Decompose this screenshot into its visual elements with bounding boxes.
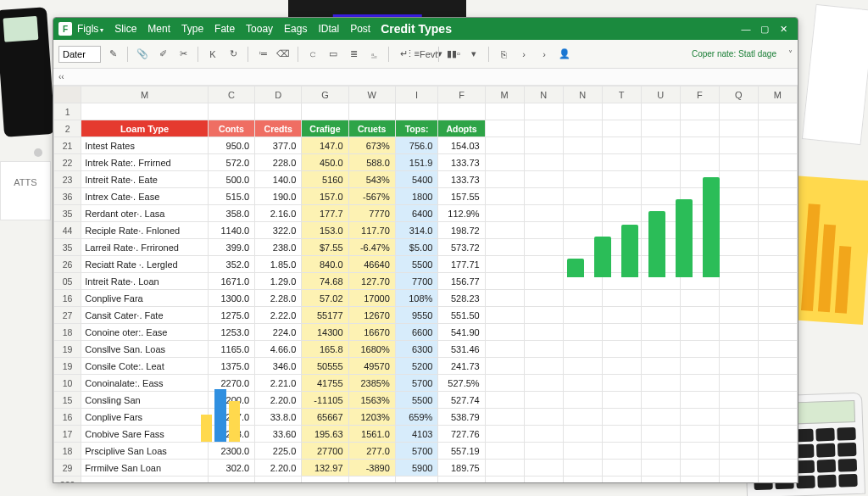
cell[interactable]: 4.66.0 [255, 341, 302, 358]
cell[interactable]: 377.0 [255, 137, 302, 154]
cell-loan-type[interactable]: Rerdant oter·. Lasa [81, 205, 209, 222]
cell[interactable]: 49570 [348, 358, 395, 375]
cell-loan-type[interactable]: Prsciplive San Loas [81, 443, 209, 460]
table-row[interactable]: 2 Loam Type Conts Credts Crafige Cruets … [54, 120, 798, 137]
col-header[interactable]: N [563, 86, 602, 103]
next-icon[interactable]: › [536, 46, 553, 63]
cell[interactable]: 27700 [302, 443, 348, 460]
cell[interactable]: 127.70 [348, 273, 395, 290]
cell[interactable]: 1300.0 [208, 290, 254, 307]
cell-loan-type[interactable]: Intreit Rate·. Eate [81, 171, 209, 188]
cell[interactable]: 12670 [348, 307, 395, 324]
cell-loan-type[interactable]: Cansit Cater·. Fate [81, 307, 209, 324]
col-header[interactable]: D [255, 86, 302, 103]
row-header[interactable]: 320 [54, 476, 81, 483]
cell[interactable]: -11105 [302, 392, 348, 409]
cell[interactable]: 2385% [348, 375, 395, 392]
cell[interactable]: 4103 [395, 426, 438, 443]
cell[interactable]: 352.0 [208, 256, 254, 273]
col-header[interactable]: T [602, 86, 641, 103]
cell[interactable]: 17000 [348, 290, 395, 307]
cell-loan-type[interactable]: Intest Rates [81, 137, 209, 154]
menu-type[interactable]: Type [181, 23, 203, 35]
forward-icon[interactable]: › [515, 46, 532, 63]
cell[interactable]: 156.77 [438, 273, 485, 290]
table-row[interactable]: 29Frrmilve San Loan302.02.20.0132.97-389… [54, 460, 798, 476]
cell[interactable]: 1561.0 [348, 426, 395, 443]
cell[interactable]: 1375.0 [208, 358, 254, 375]
row-header[interactable]: 19 [54, 341, 81, 358]
cell[interactable]: 157.0 [302, 188, 348, 205]
cell[interactable]: 557.19 [438, 443, 485, 460]
cell[interactable]: 5160 [302, 171, 348, 188]
cell[interactable]: 5700 [395, 443, 438, 460]
table-row[interactable]: 19Consllve San. Loas1165.04.66.0165.8168… [54, 341, 798, 358]
col-header[interactable]: F [438, 86, 485, 103]
cell[interactable]: 165.8 [302, 341, 348, 358]
cell[interactable]: 1563% [348, 392, 395, 409]
table-row[interactable]: 10Conoinalate:. Eass2270.02.21.041755238… [54, 375, 798, 392]
cell[interactable]: 65667 [302, 409, 348, 426]
row-header[interactable]: 27 [54, 307, 81, 324]
cell[interactable]: 2.20.0 [255, 460, 302, 476]
cell[interactable]: 358.0 [208, 205, 254, 222]
cell[interactable]: 57.02 [302, 290, 348, 307]
pencil-icon[interactable]: ✎ [104, 46, 121, 63]
menu-post[interactable]: Post [350, 23, 370, 35]
cell[interactable]: 399.0 [208, 239, 254, 256]
brush-icon[interactable]: ✐ [154, 46, 171, 63]
col-header[interactable]: U [641, 86, 680, 103]
menu-ment[interactable]: Ment [147, 23, 170, 35]
ruler-icon[interactable]: ▭ [325, 46, 342, 63]
row-header[interactable]: 29 [54, 460, 81, 476]
row-header[interactable]: 21 [54, 137, 81, 154]
row-header[interactable]: 15 [54, 392, 81, 409]
person-icon[interactable]: 👤 [556, 46, 573, 63]
cell[interactable]: 238.0 [255, 239, 302, 256]
cell-loan-type[interactable]: Cnobive Sare Fass [81, 426, 209, 443]
cell[interactable]: 538.79 [438, 409, 485, 426]
cell[interactable]: 659% [395, 409, 438, 426]
cell[interactable]: 2.22.0 [255, 307, 302, 324]
close-button[interactable]: ✕ [774, 21, 793, 36]
cell[interactable]: 588.0 [348, 154, 395, 171]
cell[interactable]: 1.29.0 [255, 273, 302, 290]
cell-loan-type[interactable]: Intrex Cate·. Ease [81, 188, 209, 205]
cell[interactable]: 147.0 [302, 137, 348, 154]
cell[interactable]: 1800 [395, 188, 438, 205]
cell-loan-type[interactable]: Conoine oter:. Ease [81, 324, 209, 341]
cell[interactable]: 5900 [395, 460, 438, 476]
nav-back-icon[interactable]: ‹‹ [58, 72, 64, 81]
cell[interactable]: $5.00 [395, 239, 438, 256]
underline-icon[interactable]: ⎁ [365, 46, 382, 63]
cell[interactable]: 302.0 [208, 460, 254, 476]
cell[interactable]: 500.0 [208, 171, 254, 188]
menu-today[interactable]: Tooay [246, 23, 273, 35]
cell[interactable]: 1680% [348, 341, 395, 358]
table-row[interactable]: 1 [54, 103, 798, 120]
mini-bar-chart[interactable] [201, 374, 240, 442]
cell[interactable]: 346.0 [255, 358, 302, 375]
cell[interactable]: 55177 [302, 307, 348, 324]
cell[interactable]: 190.0 [255, 188, 302, 205]
row-header[interactable]: 35 [54, 239, 81, 256]
cell[interactable]: 5200 [395, 358, 438, 375]
col-header[interactable]: Q [719, 86, 758, 103]
cell[interactable]: 950.0 [208, 137, 254, 154]
cell[interactable]: 33.8.0 [255, 409, 302, 426]
cell[interactable]: 673% [348, 137, 395, 154]
cell[interactable]: 6400 [395, 205, 438, 222]
cell[interactable]: 9550 [395, 307, 438, 324]
cell[interactable]: 132.97 [302, 460, 348, 476]
cell[interactable]: 5500 [395, 392, 438, 409]
spreadsheet-grid[interactable]: M C D G W I F M N N T U F Q M [53, 86, 798, 482]
cell[interactable]: 2.21.0 [255, 375, 302, 392]
cell[interactable]: 50555 [302, 358, 348, 375]
cell[interactable]: 228.0 [255, 154, 302, 171]
table-row[interactable]: 18Prsciplive San Loas2300.0225.027700277… [54, 443, 798, 460]
cell-loan-type[interactable]: Reciatt Rate ·. Lergled [81, 256, 209, 273]
cell[interactable]: 177.71 [438, 256, 485, 273]
cell[interactable]: 1203% [348, 409, 395, 426]
cell[interactable]: 572.0 [208, 154, 254, 171]
table-row[interactable]: 16Conplive Fara1300.02.28.057.0217000108… [54, 290, 798, 307]
